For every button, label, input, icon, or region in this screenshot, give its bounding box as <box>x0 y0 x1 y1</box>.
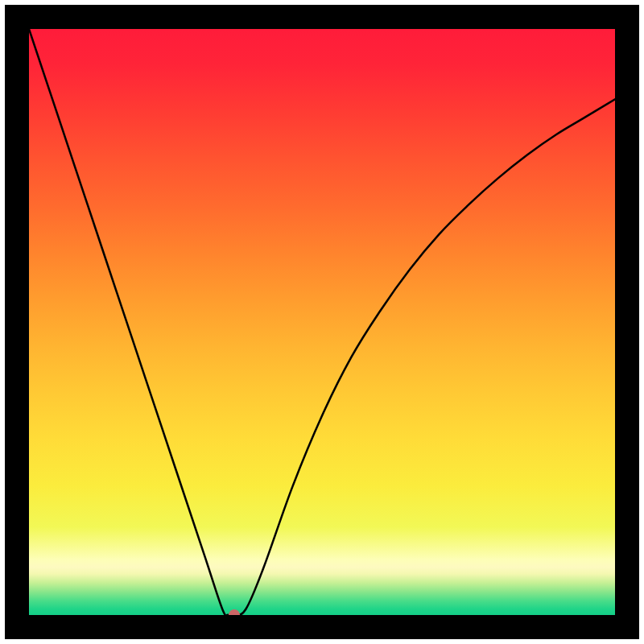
optimum-marker <box>229 609 240 615</box>
chart-container: TheBottleneck.com <box>0 0 644 644</box>
bottleneck-curve <box>29 29 615 615</box>
plot-area <box>29 29 615 615</box>
